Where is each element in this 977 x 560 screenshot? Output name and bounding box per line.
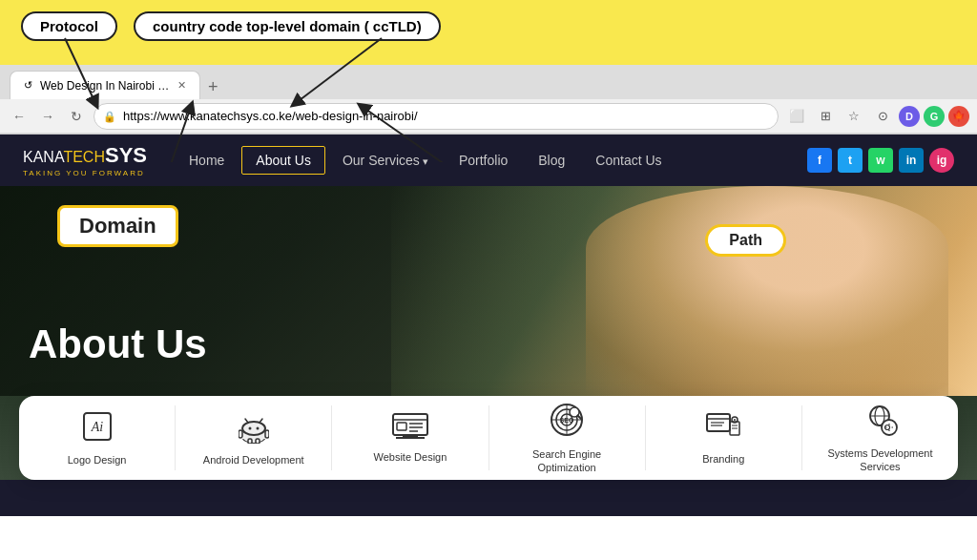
systems-icon	[861, 403, 899, 441]
service-branding[interactable]: Branding	[646, 405, 802, 470]
tab-favicon: ↺	[24, 79, 32, 92]
navbar: KANATECHSYS TAKING YOU FORWARD Home Abou…	[0, 135, 977, 186]
website-label: Website Design	[374, 450, 447, 464]
seo-label: Search Engine Optimization	[532, 447, 601, 475]
service-android[interactable]: Android Development	[176, 405, 332, 470]
nav-about[interactable]: About Us	[241, 146, 325, 175]
annotation-bar: Protocol country code top-level domain (…	[0, 0, 977, 65]
svg-rect-18	[397, 423, 406, 430]
services-bar: Ai Logo Design	[19, 396, 958, 480]
service-logo-design[interactable]: Ai Logo Design	[19, 405, 176, 470]
path-annotation: Path	[705, 224, 786, 257]
back-button[interactable]: ←	[8, 105, 31, 128]
logo-design-icon: Ai	[80, 409, 114, 447]
nav-links: Home About Us Our Services Portfolio Blo…	[176, 146, 807, 175]
systems-label: Systems Development Services	[827, 446, 932, 474]
nav-services[interactable]: Our Services	[329, 147, 442, 174]
forward-button[interactable]: →	[36, 105, 59, 128]
logo-sys: SYS	[105, 143, 147, 167]
protocol-label: Protocol	[21, 11, 117, 41]
logo[interactable]: KANATECHSYS TAKING YOU FORWARD	[23, 143, 147, 177]
svg-point-8	[248, 426, 251, 429]
svg-rect-12	[239, 430, 242, 438]
address-bar[interactable]: 🔒	[94, 103, 779, 130]
svg-point-7	[242, 422, 265, 435]
url-input[interactable]	[94, 103, 779, 130]
svg-rect-13	[265, 430, 269, 438]
facebook-icon[interactable]: f	[807, 148, 832, 173]
instagram-icon[interactable]: ig	[929, 148, 954, 173]
nav-contact[interactable]: Contact Us	[582, 147, 675, 174]
branding-icon	[705, 410, 741, 446]
android-icon	[239, 409, 269, 447]
hero-title: About Us	[29, 321, 207, 367]
svg-text:Ai: Ai	[90, 420, 103, 434]
website-icon	[391, 412, 429, 445]
nav-blog[interactable]: Blog	[525, 147, 578, 174]
reload-button[interactable]: ↻	[65, 105, 88, 128]
star-button[interactable]: ☆	[842, 104, 866, 129]
browser-actions: ⬜ ⊞ ☆ ⊙ D G 🍁	[784, 104, 969, 129]
hero-section: About Us Domain Path	[0, 186, 977, 396]
cast-button[interactable]: ⬜	[784, 104, 809, 129]
android-label: Android Development	[203, 453, 304, 467]
service-website[interactable]: Website Design	[332, 405, 488, 470]
nav-home[interactable]: Home	[176, 147, 238, 174]
website-content: KANATECHSYS TAKING YOU FORWARD Home Abou…	[0, 135, 977, 516]
extension-maple-button[interactable]: 🍁	[948, 106, 969, 127]
svg-text:SEO: SEO	[560, 417, 574, 424]
new-tab-button[interactable]: +	[200, 77, 226, 97]
cctld-label: country code top-level domain ( ccTLD)	[134, 11, 441, 41]
hero-person-face	[586, 186, 948, 396]
tab-close-button[interactable]: ✕	[177, 79, 186, 92]
lock-icon: 🔒	[103, 110, 116, 122]
twitter-icon[interactable]: t	[838, 148, 863, 173]
extension-d-button[interactable]: D	[899, 106, 920, 127]
svg-line-11	[260, 419, 262, 423]
linkedin-icon[interactable]: in	[899, 148, 924, 173]
branding-label: Branding	[702, 452, 744, 466]
svg-rect-14	[248, 439, 252, 444]
logo-design-label: Logo Design	[68, 453, 127, 467]
domain-annotation: Domain	[57, 205, 178, 247]
svg-line-10	[245, 419, 248, 423]
logo-tagline: TAKING YOU FORWARD	[23, 169, 147, 177]
extension-g-button[interactable]: G	[924, 106, 945, 127]
nav-portfolio[interactable]: Portfolio	[446, 147, 521, 174]
tab-bar: ↺ Web Design In Nairobi | Websi ✕ +	[0, 65, 977, 99]
address-bar-row: ← → ↻ 🔒 ⬜ ⊞ ☆ ⊙ D G 🍁	[0, 99, 977, 134]
svg-point-40	[734, 419, 736, 421]
social-icons: f t w in ig	[807, 148, 954, 173]
whatsapp-icon[interactable]: w	[868, 148, 893, 173]
lens-button[interactable]: ⊙	[870, 104, 895, 129]
screenshot-button[interactable]: ⊞	[813, 104, 838, 129]
seo-icon: SEO	[549, 402, 585, 442]
logo-tech: TECH	[63, 149, 105, 165]
logo-kana: KANA	[23, 149, 63, 165]
service-systems[interactable]: Systems Development Services	[802, 405, 958, 470]
service-seo[interactable]: SEO Search Engine Optimization	[489, 405, 646, 470]
tab-title: Web Design In Nairobi | Websi	[40, 79, 170, 93]
browser-tab[interactable]: ↺ Web Design In Nairobi | Websi ✕	[10, 71, 200, 99]
svg-point-9	[256, 426, 259, 429]
svg-rect-15	[256, 439, 260, 444]
